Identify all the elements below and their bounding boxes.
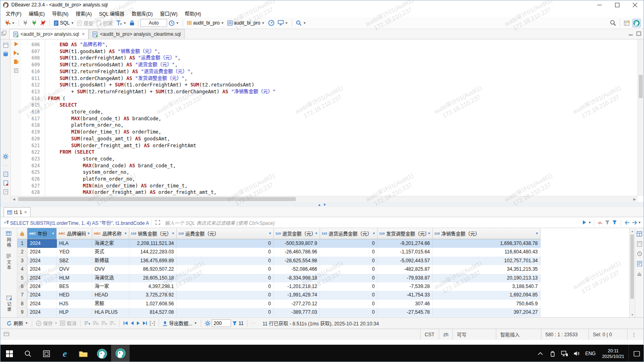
autocommit-combo[interactable]: Auto — [140, 19, 167, 27]
grid-cell[interactable]: 海澜优选 — [92, 274, 129, 282]
execute-statement-icon[interactable] — [11, 39, 21, 48]
grid-cell[interactable]: 4,397,298.1 — [129, 282, 177, 291]
grid-cell[interactable]: -389,777.03 — [274, 308, 320, 317]
grid-cell[interactable]: HLA PLUS — [92, 308, 129, 317]
reconnect-button[interactable] — [30, 19, 38, 27]
filter-query-text[interactable]: SELECT SUBSTR(t1.orderTime, 1, 4) AS "年份… — [10, 219, 149, 226]
column-dropdown-icon[interactable]: ▼ — [372, 232, 376, 235]
grid-cell[interactable]: 海澜之家 — [92, 239, 129, 248]
grid-cell[interactable]: -79,938.87 — [378, 274, 433, 282]
open-perspective-button[interactable] — [623, 19, 632, 27]
grid-cell[interactable]: 2024 — [27, 257, 57, 265]
grid-cell[interactable]: -27,545.78 — [378, 308, 433, 317]
collapse-up-icon[interactable]: ▲ — [318, 203, 321, 207]
tray-volume-icon[interactable] — [571, 345, 583, 362]
grid-cell[interactable]: -482,825.87 — [378, 265, 433, 274]
grid-cell[interactable]: -1,157,015.64 — [378, 248, 433, 256]
grid-cell[interactable]: HJS — [57, 300, 92, 308]
action-center-button[interactable] — [628, 345, 644, 362]
column-header-8[interactable]: 123净销售金额（元）▼ — [433, 228, 541, 239]
column-header-0[interactable]: ABC年份▼ — [27, 228, 57, 239]
editor-tab-0[interactable]: <audit_bi_pro> analysis.sql× — [9, 29, 89, 39]
editor-tab-1[interactable]: <audit_bi_pro> analysis_cleartime.sql — [89, 29, 185, 39]
clear-filter-icon[interactable] — [597, 219, 604, 226]
presentation-grid[interactable]: 网格 — [0, 228, 17, 251]
dashboard-button[interactable] — [267, 19, 276, 27]
first-row-button[interactable] — [123, 321, 128, 325]
output-log-icon[interactable] — [0, 187, 11, 196]
grid-cell[interactable]: 0 — [320, 282, 378, 291]
grid-cell[interactable]: -28,625,554.98 — [274, 257, 320, 265]
go-to-row-button[interactable] — [150, 321, 155, 326]
edit-filter-icon[interactable] — [604, 219, 611, 226]
maximize-button[interactable] — [608, 0, 626, 9]
grid-cell[interactable]: 1,027,608.56 — [129, 300, 177, 308]
minimize-editor-icon[interactable] — [628, 31, 633, 37]
grid-cell[interactable]: 0 — [320, 239, 378, 248]
grid-cell[interactable]: -1,991,429.74 — [274, 291, 320, 299]
row-number[interactable]: 9 — [17, 308, 27, 317]
grid-cell[interactable]: 2024 — [27, 282, 57, 291]
grid-cell[interactable]: 28,605,150.18 — [129, 274, 177, 282]
execute-script-icon[interactable] — [11, 57, 21, 66]
save-file-icon[interactable] — [0, 179, 11, 187]
history-caret[interactable]: ▼ — [638, 221, 641, 224]
explain-plan-icon[interactable] — [11, 66, 21, 75]
grid-cell[interactable]: 136,475,699.89 — [129, 257, 177, 265]
grid-cell[interactable]: 1,698,370,438.78 — [433, 239, 541, 248]
tray-language-indicator[interactable]: ENG — [583, 351, 598, 356]
grid-cell[interactable]: 0 — [177, 239, 274, 248]
filter-history-caret[interactable]: ▼ — [588, 221, 591, 224]
grid-cell[interactable]: 英式 — [92, 248, 129, 256]
record-mode-toggle[interactable]: 记录 — [0, 292, 17, 315]
grid-cell[interactable]: 0 — [320, 265, 378, 274]
grid-cell[interactable]: 黑鲸 — [92, 300, 129, 308]
grid-cell[interactable]: 2024 — [27, 308, 57, 317]
sql-editor-button[interactable]: SQL▼ — [52, 19, 75, 27]
grid-cell[interactable]: 144,222,283.03 — [129, 248, 177, 256]
column-dropdown-icon[interactable]: ▼ — [427, 232, 431, 235]
grid-scroll-down-icon[interactable]: ▼ — [630, 312, 635, 317]
row-number[interactable]: 5 — [17, 274, 27, 282]
previous-row-button[interactable] — [130, 321, 134, 325]
results-tab[interactable]: t1 1 × — [4, 207, 31, 217]
grid-cell[interactable]: 102,757,701.34 — [433, 257, 541, 265]
grid-cell[interactable]: 2024 — [27, 291, 57, 299]
close-button[interactable] — [626, 0, 644, 9]
grid-cell[interactable]: 34,351,215.35 — [433, 265, 541, 274]
grid-cell[interactable]: OVV — [92, 265, 129, 274]
execute-new-tab-icon[interactable] — [11, 48, 21, 57]
grid-cell[interactable]: 750,645.9 — [433, 300, 541, 308]
column-header-2[interactable]: ABC品牌名称▼ — [92, 228, 129, 239]
rollback-button[interactable]: 回滚 — [95, 19, 114, 27]
grid-cell[interactable]: 2024 — [27, 265, 57, 274]
filter-input[interactable]: 输入一个 SQL 表达式来过滤结果 (使用 Ctrl+Space) — [165, 219, 275, 226]
row-number[interactable]: 3 — [17, 257, 27, 265]
fetch-size-input[interactable] — [212, 319, 231, 327]
status-overflow[interactable]: ⋮ — [627, 329, 640, 340]
column-header-7[interactable]: 123发货调整金额（元）▼ — [378, 228, 433, 239]
save-button[interactable]: 保存▼ — [36, 320, 58, 327]
taskbar-explorer-button[interactable] — [74, 345, 93, 362]
grid-cell[interactable]: OVV — [57, 265, 92, 274]
collapse-down-icon[interactable]: ▼ — [323, 203, 326, 207]
grid-cell[interactable]: 2024 — [27, 239, 57, 248]
grid-cell[interactable]: HLA — [57, 239, 92, 248]
grid-cell[interactable]: 2,208,111,521.34 — [129, 239, 177, 248]
grid-cell[interactable]: 0 — [320, 257, 378, 265]
dbeaver-perspective-button[interactable] — [632, 19, 641, 27]
taskbar-dbeaver-active-button[interactable] — [111, 345, 130, 362]
grid-cell[interactable]: 3,725,278.92 — [129, 291, 177, 299]
grid-cell[interactable]: 0 — [177, 248, 274, 256]
kill-connection-button[interactable] — [39, 19, 47, 27]
grid-cell[interactable]: 0 — [320, 300, 378, 308]
grid-cell[interactable]: HLP — [57, 308, 92, 317]
scroll-left-icon[interactable]: ◀ — [11, 196, 17, 202]
grid-cell[interactable]: HLM — [57, 274, 92, 282]
expand-filter-icon[interactable] — [154, 219, 161, 226]
more-dots-icon[interactable]: ···· — [0, 161, 11, 170]
grid-cell[interactable]: 2024 — [27, 300, 57, 308]
maximize-editor-icon[interactable] — [636, 31, 641, 37]
grid-cell[interactable]: -500,539,807.9 — [274, 239, 320, 248]
panel-grid-icon[interactable] — [637, 231, 642, 238]
